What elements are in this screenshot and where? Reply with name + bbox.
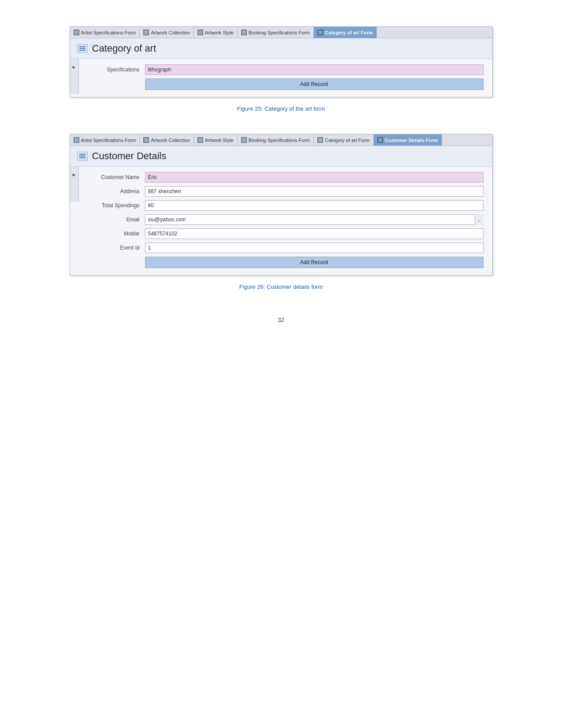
tab-bar-fig25: ☷ Artist Specifications Form ☷ Artwork C… <box>70 27 492 38</box>
tab-icon-customer-details-fig26: ☷ <box>377 137 383 143</box>
add-record-button-fig26[interactable]: Add Record <box>145 257 484 268</box>
email-dropdown-arrow[interactable]: ⌄ <box>475 214 484 225</box>
tab-category-art-fig25[interactable]: ☷ Category of art Form <box>314 27 377 38</box>
tab-icon-artwork-style-fig26: ☷ <box>197 137 203 143</box>
form-body-fig25: Specifications Add Record <box>79 59 492 97</box>
label-customer-name: Customer Name <box>88 174 145 180</box>
tab-icon-category-art-fig25: ☷ <box>317 30 323 35</box>
form-header-icon-fig26 <box>77 152 88 161</box>
email-input-wrap: ⌄ <box>145 214 484 225</box>
form-row-customer-name: Customer Name <box>88 172 484 183</box>
form-header-icon-fig25 <box>77 44 88 53</box>
record-nav-fig25: ► Specifications Add Record <box>70 59 492 97</box>
nav-arrow-fig26[interactable]: ► <box>70 167 79 202</box>
form-header-fig26: Customer Details <box>70 146 492 167</box>
add-record-button-fig25[interactable]: Add Record <box>145 78 484 90</box>
form-body-fig26: Customer Name Address Total Spendings Em… <box>79 167 492 275</box>
add-record-row-fig26: Add Record <box>88 257 484 268</box>
input-mobile[interactable] <box>145 228 484 239</box>
figure-26-window: ☷ Artist Specifications Form ☷ Artwork C… <box>70 134 493 276</box>
record-nav-fig26: ► Customer Name Address Total Spendings <box>70 167 492 275</box>
input-total-spendings[interactable] <box>145 200 484 211</box>
add-record-spacer-fig25 <box>88 78 145 90</box>
tab-category-art-fig26[interactable]: ☷ Category of art Form <box>314 134 373 146</box>
tab-icon-artist-specs-fig26: ☷ <box>74 137 79 143</box>
add-record-row-fig25: Add Record <box>88 78 484 90</box>
tab-icon-artwork-collection-fig25: ☷ <box>143 30 149 35</box>
label-email: Email <box>88 217 145 223</box>
nav-arrow-fig25[interactable]: ► <box>70 59 79 94</box>
tab-artist-specs-fig25[interactable]: ☷ Artist Specifications Form <box>70 27 140 38</box>
label-event-id: Event Id <box>88 245 145 251</box>
input-specifications[interactable] <box>145 64 484 75</box>
form-header-fig25: Category of art <box>70 38 492 59</box>
figure-25-block: ☷ Artist Specifications Form ☷ Artwork C… <box>44 26 518 112</box>
tab-artwork-collection-fig26[interactable]: ☷ Artwork Collection <box>140 134 194 146</box>
form-row-specifications: Specifications <box>88 64 484 75</box>
input-customer-name[interactable] <box>145 172 484 183</box>
tab-icon-booking-specs-fig26: ☷ <box>241 137 247 143</box>
tab-customer-details-fig26[interactable]: ☷ Customer Details Form <box>374 134 442 146</box>
form-row-total-spendings: Total Spendings <box>88 200 484 211</box>
tab-booking-specs-fig26[interactable]: ☷ Booking Specifications Form <box>238 134 314 146</box>
tab-artwork-style-fig26[interactable]: ☷ Artwork Style <box>194 134 238 146</box>
form-row-event-id: Event Id <box>88 243 484 253</box>
input-address[interactable] <box>145 186 484 197</box>
form-title-fig26: Customer Details <box>92 150 167 162</box>
form-title-fig25: Category of art <box>92 43 156 54</box>
input-email[interactable] <box>145 214 484 225</box>
label-specifications: Specifications <box>88 67 145 73</box>
tab-booking-specs-fig25[interactable]: ☷ Booking Specifications Form <box>238 27 314 38</box>
page-number: 32 <box>44 317 518 323</box>
tab-bar-fig26: ☷ Artist Specifications Form ☷ Artwork C… <box>70 134 492 146</box>
figure-25-window: ☷ Artist Specifications Form ☷ Artwork C… <box>70 26 493 97</box>
add-record-spacer-fig26 <box>88 257 145 268</box>
form-row-mobile: Mobile <box>88 228 484 239</box>
form-row-email: Email ⌄ <box>88 214 484 225</box>
label-total-spendings: Total Spendings <box>88 202 145 209</box>
figure-26-block: ☷ Artist Specifications Form ☷ Artwork C… <box>44 134 518 290</box>
tab-artwork-style-fig25[interactable]: ☷ Artwork Style <box>194 27 238 38</box>
tab-icon-category-art-fig26: ☷ <box>317 137 323 143</box>
label-address: Address <box>88 188 145 194</box>
tab-icon-artwork-collection-fig26: ☷ <box>143 137 149 143</box>
figure-25-caption: Figure 25: Category of the art form <box>237 105 325 112</box>
label-mobile: Mobile <box>88 231 145 237</box>
tab-icon-booking-specs-fig25: ☷ <box>241 30 247 35</box>
form-row-address: Address <box>88 186 484 197</box>
tab-artist-specs-fig26[interactable]: ☷ Artist Specifications Form <box>70 134 140 146</box>
input-event-id[interactable] <box>145 243 484 253</box>
figure-26-caption: Figure 26: Customer details form <box>239 284 323 290</box>
tab-artwork-collection-fig25[interactable]: ☷ Artwork Collection <box>140 27 194 38</box>
tab-icon-artwork-style-fig25: ☷ <box>197 30 203 35</box>
tab-icon-artist-specs-fig25: ☷ <box>74 30 79 35</box>
